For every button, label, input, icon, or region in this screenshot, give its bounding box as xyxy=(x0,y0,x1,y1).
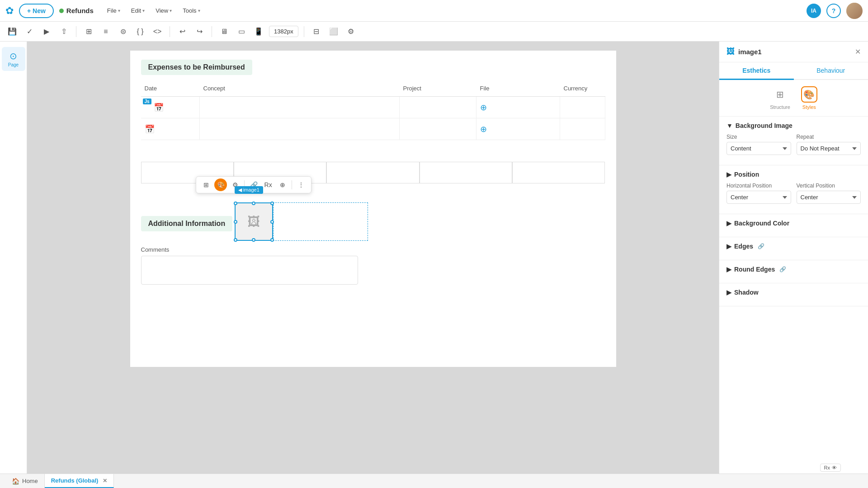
tab-close-icon[interactable]: ✕ xyxy=(103,478,107,484)
h-pos-group: Horizontal Position Center Left Right xyxy=(726,183,791,204)
redo-tool[interactable]: ↪ xyxy=(193,25,206,38)
bg-repeat-group: Repeat Do Not Repeat Repeat Repeat X Rep… xyxy=(797,134,861,155)
check-tool[interactable]: ✓ xyxy=(23,25,36,38)
css-tool[interactable]: { } xyxy=(133,25,147,38)
table-row: Js 📅 ⊕ xyxy=(141,97,605,118)
bottom-bar: 🏠 Home Refunds (Global) ✕ xyxy=(0,474,868,488)
data-tool[interactable]: ⊜ xyxy=(116,25,130,38)
position-toggle[interactable]: ▶ Position xyxy=(726,171,861,178)
handle-bl[interactable] xyxy=(234,238,237,242)
round-edges-arrow: ▶ xyxy=(726,266,731,273)
home-tab[interactable]: 🏠 Home xyxy=(5,474,45,488)
selected-image-box[interactable]: 🖼 xyxy=(235,202,273,241)
bg-image-toggle[interactable]: ▼ Background Image xyxy=(726,122,861,129)
fullscreen-tool[interactable]: ⬜ xyxy=(327,25,340,38)
new-button[interactable]: + New xyxy=(19,4,54,18)
connect-tool-btn[interactable]: ⊕ xyxy=(276,178,289,191)
canvas-area[interactable]: Expenses to be Reimbursed Date Concept P… xyxy=(27,42,719,488)
tab-esthetics[interactable]: Esthetics xyxy=(719,62,794,80)
sidebar-page-label: Page xyxy=(8,62,19,67)
handle-tr[interactable] xyxy=(270,202,274,205)
style-tool-btn[interactable]: 🎨 xyxy=(214,178,227,191)
user-avatar[interactable] xyxy=(846,3,863,19)
code-tool[interactable]: <> xyxy=(151,25,164,38)
project-cell-1[interactable] xyxy=(400,97,476,118)
handle-ml[interactable] xyxy=(234,220,237,224)
structure-mode[interactable]: ⊞ Structure xyxy=(770,86,790,110)
components-tool[interactable]: ⊞ xyxy=(82,25,95,38)
handle-mr[interactable] xyxy=(270,220,274,224)
project-cell-2[interactable] xyxy=(400,118,476,140)
handle-tc[interactable] xyxy=(252,202,255,205)
menu-file[interactable]: File ▾ xyxy=(103,5,125,16)
bg-color-label: Background Color xyxy=(734,220,789,227)
upload-icon-1[interactable]: ⊕ xyxy=(480,103,487,113)
file-cell-1[interactable]: ⊕ xyxy=(476,97,560,118)
h-pos-select[interactable]: Center Left Right xyxy=(726,191,791,204)
sidebar-item-page[interactable]: ⊙ Page xyxy=(2,47,25,71)
page-name-label: Refunds xyxy=(66,7,94,14)
menu-tools[interactable]: Tools ▾ xyxy=(178,5,204,16)
menu-edit[interactable]: Edit ▾ xyxy=(127,5,149,16)
style-icons-row: ⊞ Structure 🎨 Styles xyxy=(719,80,868,117)
image-element-wrapper: ⊞ 🎨 ⚙ 🔗 Rx ⊕ ⋮ ◀ image1 xyxy=(235,194,273,241)
edges-toggle[interactable]: ▶ Edges 🔗 xyxy=(726,243,861,250)
tablet-view[interactable]: ▭ xyxy=(235,25,248,38)
image-box[interactable]: 🖼 xyxy=(235,202,273,241)
size-select[interactable]: Content Cover Contain Auto xyxy=(726,142,791,155)
help-button[interactable]: ? xyxy=(826,4,841,18)
undo-tool[interactable]: ↩ xyxy=(175,25,189,38)
bg-color-toggle[interactable]: ▶ Background Color xyxy=(726,220,861,227)
handle-br[interactable] xyxy=(270,238,274,242)
calendar-icon-1[interactable]: 📅 xyxy=(154,103,164,113)
panel-close-btn[interactable]: ✕ xyxy=(855,47,861,56)
mobile-view[interactable]: 📱 xyxy=(252,25,265,38)
refunds-tab[interactable]: Refunds (Global) ✕ xyxy=(45,474,114,488)
export-tool[interactable]: ⇧ xyxy=(57,25,71,38)
main-layout: ⊙ Page Expenses to be Reimbursed Date Co… xyxy=(0,42,868,488)
file-cell-2[interactable]: ⊕ xyxy=(476,118,560,140)
currency-cell-2[interactable] xyxy=(560,118,605,140)
round-edges-link-icon: 🔗 xyxy=(779,266,786,272)
date-cell-2[interactable]: 📅 xyxy=(141,118,200,140)
calendar-icon-2[interactable]: 📅 xyxy=(145,124,155,134)
more-tool-btn[interactable]: ⋮ xyxy=(295,178,307,191)
ia-button[interactable]: IA xyxy=(807,4,821,18)
panel-title: 🖼 image1 xyxy=(726,47,762,56)
handle-bc[interactable] xyxy=(252,238,255,242)
v-pos-select[interactable]: Center Top Bottom xyxy=(797,191,861,204)
handle-tl[interactable] xyxy=(234,202,237,205)
round-edges-toggle[interactable]: ▶ Round Edges 🔗 xyxy=(726,266,861,273)
layers-tool[interactable]: ≡ xyxy=(99,25,113,38)
currency-cell-1[interactable] xyxy=(560,97,605,118)
rx-tool-btn[interactable]: Rx xyxy=(262,178,274,191)
concept-cell-1[interactable] xyxy=(200,97,400,118)
home-icon: 🏠 xyxy=(12,478,19,485)
desktop-view[interactable]: 🖥 xyxy=(217,25,231,38)
dashed-extension xyxy=(273,202,368,241)
bg-color-arrow: ▶ xyxy=(726,220,731,227)
empty-cell xyxy=(326,162,419,183)
comments-label: Comments xyxy=(141,246,605,253)
left-sidebar: ⊙ Page xyxy=(0,42,27,488)
background-image-section: ▼ Background Image Size Content Cover Co… xyxy=(719,117,868,165)
menu-view[interactable]: View ▾ xyxy=(151,5,176,16)
play-tool[interactable]: ▶ xyxy=(40,25,53,38)
styles-mode[interactable]: 🎨 Styles xyxy=(801,86,817,110)
shadow-label: Shadow xyxy=(734,289,759,296)
repeat-select[interactable]: Do Not Repeat Repeat Repeat X Repeat Y xyxy=(797,142,861,155)
size-label: Size xyxy=(726,134,791,140)
app-logo[interactable]: ✿ xyxy=(5,5,14,17)
col-currency: Currency xyxy=(560,83,605,94)
settings-tool[interactable]: ⚙ xyxy=(344,25,358,38)
date-cell-1[interactable]: Js 📅 xyxy=(141,97,200,118)
upload-icon-2[interactable]: ⊕ xyxy=(480,124,487,134)
tab-behaviour[interactable]: Behaviour xyxy=(794,62,868,79)
save-tool[interactable]: 💾 xyxy=(5,25,19,38)
concept-cell-2[interactable] xyxy=(200,118,400,140)
empty-cell xyxy=(420,162,512,183)
preview-tool[interactable]: ⊟ xyxy=(310,25,323,38)
shadow-toggle[interactable]: ▶ Shadow xyxy=(726,289,861,296)
comments-textarea[interactable] xyxy=(141,256,358,285)
move-tool-btn[interactable]: ⊞ xyxy=(200,178,212,191)
